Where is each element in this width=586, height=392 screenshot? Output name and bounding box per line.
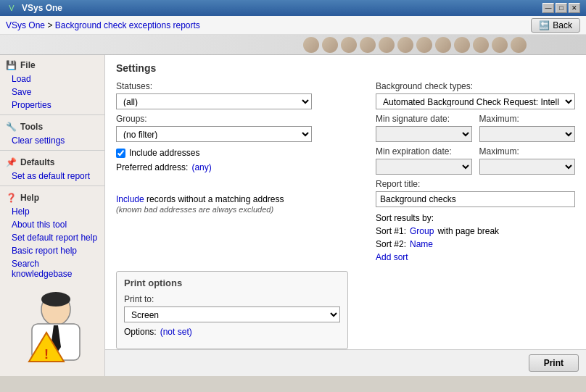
banner	[0, 35, 586, 55]
report-title-group: Report title:	[376, 179, 575, 207]
bg-check-types-select[interactable]: Automated Background Check Request: Inte…	[376, 93, 575, 109]
max-signature-label: Maximum:	[479, 114, 576, 124]
sidebar-item-search-knowledgebase[interactable]: Search knowledgebase	[0, 257, 104, 280]
include-link[interactable]: Include	[116, 194, 144, 204]
min-expiration-label: Min expiration date:	[376, 146, 472, 157]
sidebar-help-header: ❓ Help	[0, 191, 104, 205]
sidebar-item-clear-settings[interactable]: Clear settings	[0, 134, 104, 147]
content-wrapper: Statuses: (all) Groups: (no filter) Incl…	[116, 81, 575, 262]
min-signature-select[interactable]	[376, 126, 472, 142]
expiration-date-row: Min expiration date: Maximum:	[376, 146, 575, 175]
back-label: Back	[553, 20, 572, 30]
report-title-input[interactable]	[376, 191, 575, 207]
max-signature-select[interactable]	[479, 126, 576, 142]
include-message-row: Include records without a matching addre…	[116, 194, 365, 214]
sort2-label: Sort #2:	[376, 239, 406, 249]
max-expiration-label: Maximum:	[479, 146, 576, 157]
settings-title: Settings	[116, 62, 575, 74]
sidebar-item-set-default-report[interactable]: Set as default report	[0, 170, 104, 183]
print-options-label: Options:	[124, 327, 157, 337]
preferred-address-row: Preferred address: (any)	[116, 162, 365, 172]
sort2-link[interactable]: Name	[410, 239, 433, 249]
include-addresses-checkbox[interactable]	[116, 149, 125, 158]
sort1-link[interactable]: Group	[410, 226, 434, 236]
sidebar-defaults-header: 📌 Defaults	[0, 155, 104, 170]
bg-check-types-group: Background check types: Automated Backgr…	[376, 81, 575, 109]
sidebar-item-load[interactable]: Load	[0, 72, 104, 86]
max-signature-group: Maximum:	[479, 114, 576, 142]
breadcrumb-separator: >	[47, 20, 54, 30]
print-options-row: Options: (not set)	[124, 327, 340, 337]
max-expiration-group: Maximum:	[479, 146, 576, 175]
groups-select[interactable]: (no filter)	[116, 126, 312, 142]
svg-text:!: !	[44, 347, 49, 362]
sidebar-tools-header: 🔧 Tools	[0, 120, 104, 134]
print-options-title: Print options	[124, 278, 340, 288]
include-note: (known bad addresses are always excluded…	[116, 205, 273, 214]
content-area: Settings Statuses: (all) Groups: (no fil…	[105, 55, 586, 376]
breadcrumb-bar: VSys One > Background check exceptions r…	[0, 16, 586, 35]
max-expiration-select[interactable]	[479, 159, 576, 175]
print-options-link[interactable]: (not set)	[160, 327, 192, 337]
title-bar: V VSys One — □ ✕	[0, 0, 586, 16]
banner-pattern	[302, 35, 528, 54]
groups-label: Groups:	[116, 114, 365, 124]
sidebar-item-about-this-tool[interactable]: About this tool	[0, 218, 104, 231]
breadcrumb: VSys One > Background check exceptions r…	[6, 20, 200, 30]
sidebar-item-basic-report-help[interactable]: Basic report help	[0, 244, 104, 257]
main-layout: 💾 File Load Save Properties 🔧 Tools Clea…	[0, 55, 586, 376]
left-content: Statuses: (all) Groups: (no filter) Incl…	[116, 81, 365, 262]
breadcrumb-root[interactable]: VSys One	[6, 20, 45, 30]
maximize-button[interactable]: □	[556, 3, 567, 13]
sort2-row: Sort #2: Name	[376, 239, 575, 249]
sort1-extra: with page break	[437, 226, 499, 236]
app-icon: V	[6, 2, 17, 14]
sidebar: 💾 File Load Save Properties 🔧 Tools Clea…	[0, 55, 105, 376]
close-button[interactable]: ✕	[569, 3, 580, 13]
back-icon: 🔙	[539, 20, 550, 30]
tools-icon: 🔧	[6, 122, 17, 132]
bg-check-types-label: Background check types:	[376, 81, 575, 91]
right-panel: Background check types: Automated Backgr…	[365, 81, 575, 262]
defaults-label: Defaults	[20, 157, 54, 167]
minimize-button[interactable]: —	[542, 3, 554, 13]
back-button[interactable]: 🔙 Back	[531, 18, 580, 33]
avatar-container: !	[16, 289, 88, 362]
sidebar-section-defaults: 📌 Defaults Set as default report	[0, 152, 104, 184]
statuses-select[interactable]: (all)	[116, 93, 312, 109]
include-addresses-label: Include addresses	[129, 148, 199, 158]
print-to-select[interactable]: Screen	[124, 306, 340, 322]
sort-section: Sort results by: Sort #1: Group with pag…	[376, 213, 575, 262]
file-label: File	[20, 60, 36, 70]
min-signature-group: Min signature date:	[376, 114, 472, 142]
sidebar-item-set-default-report-help[interactable]: Set default report help	[0, 231, 104, 244]
title-bar-text: VSys One	[22, 3, 542, 13]
sidebar-section-file: 💾 File Load Save Properties	[0, 55, 104, 113]
breadcrumb-page[interactable]: Background check exceptions reports	[55, 20, 200, 30]
add-sort-row: Add sort	[376, 252, 575, 262]
sidebar-item-help[interactable]: Help	[0, 205, 104, 218]
statuses-group: Statuses: (all)	[116, 81, 365, 109]
help-icon: ❓	[6, 193, 17, 203]
help-label: Help	[20, 193, 39, 203]
print-button[interactable]: Print	[529, 354, 579, 372]
print-options-section: Print options Print to: Screen Options: …	[116, 271, 348, 349]
print-to-group: Print to: Screen	[124, 294, 340, 322]
statuses-label: Statuses:	[116, 81, 365, 91]
avatar: !	[16, 289, 96, 376]
sidebar-avatar-area: !	[0, 282, 104, 369]
include-addresses-row: Include addresses	[116, 148, 365, 158]
signature-date-row: Min signature date: Maximum:	[376, 114, 575, 142]
report-title-label: Report title:	[376, 179, 575, 189]
preferred-address-link[interactable]: (any)	[191, 162, 211, 172]
sidebar-item-properties[interactable]: Properties	[0, 99, 104, 112]
sort1-label: Sort #1:	[376, 226, 406, 236]
preferred-address-label: Preferred address:	[116, 162, 188, 172]
sort-label: Sort results by:	[376, 213, 575, 223]
sidebar-item-save[interactable]: Save	[0, 86, 104, 99]
include-message-text: records without a matching address	[146, 194, 284, 204]
sidebar-section-tools: 🔧 Tools Clear settings	[0, 117, 104, 149]
add-sort-link[interactable]: Add sort	[376, 252, 408, 262]
sidebar-section-help: ❓ Help Help About this tool Set default …	[0, 188, 104, 282]
min-expiration-select[interactable]	[376, 159, 472, 175]
